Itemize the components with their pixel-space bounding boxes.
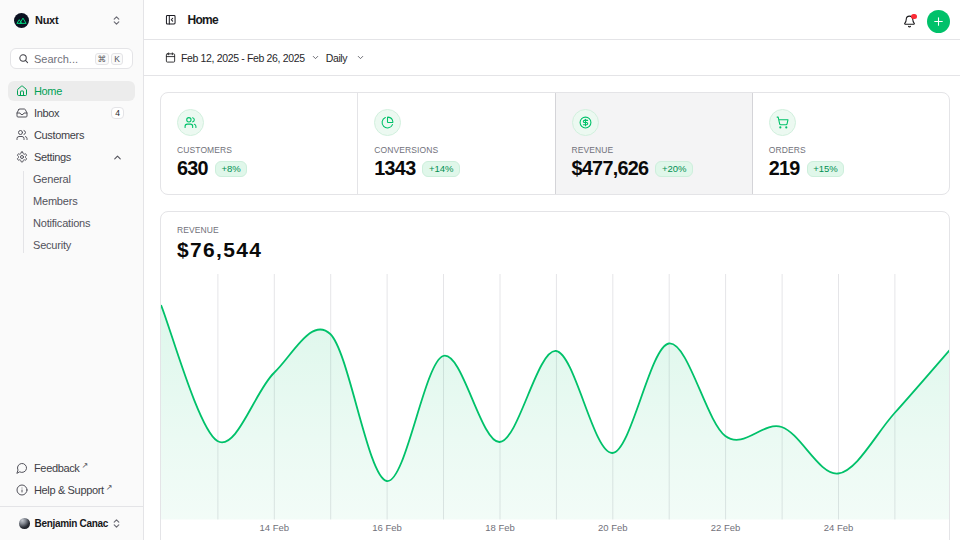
svg-text:22 Feb: 22 Feb	[711, 522, 741, 533]
svg-text:14 Feb: 14 Feb	[260, 522, 290, 533]
svg-text:16 Feb: 16 Feb	[372, 522, 402, 533]
svg-text:24 Feb: 24 Feb	[824, 522, 854, 533]
svg-text:18 Feb: 18 Feb	[485, 522, 515, 533]
svg-text:20 Feb: 20 Feb	[598, 522, 628, 533]
